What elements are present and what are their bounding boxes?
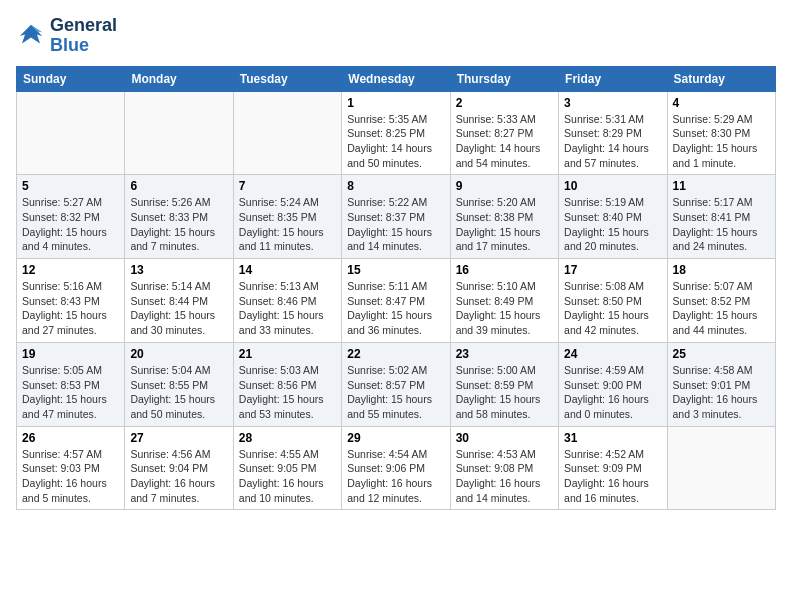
day-number: 15 bbox=[347, 263, 444, 277]
day-info: Sunrise: 5:05 AM Sunset: 8:53 PM Dayligh… bbox=[22, 363, 119, 422]
day-info: Sunrise: 5:11 AM Sunset: 8:47 PM Dayligh… bbox=[347, 279, 444, 338]
calendar-week-2: 5Sunrise: 5:27 AM Sunset: 8:32 PM Daylig… bbox=[17, 175, 776, 259]
calendar-cell bbox=[125, 91, 233, 175]
calendar-week-4: 19Sunrise: 5:05 AM Sunset: 8:53 PM Dayli… bbox=[17, 342, 776, 426]
calendar-cell: 15Sunrise: 5:11 AM Sunset: 8:47 PM Dayli… bbox=[342, 259, 450, 343]
calendar-cell: 24Sunrise: 4:59 AM Sunset: 9:00 PM Dayli… bbox=[559, 342, 667, 426]
day-info: Sunrise: 5:07 AM Sunset: 8:52 PM Dayligh… bbox=[673, 279, 770, 338]
day-number: 13 bbox=[130, 263, 227, 277]
calendar-cell: 5Sunrise: 5:27 AM Sunset: 8:32 PM Daylig… bbox=[17, 175, 125, 259]
day-info: Sunrise: 4:55 AM Sunset: 9:05 PM Dayligh… bbox=[239, 447, 336, 506]
day-info: Sunrise: 5:24 AM Sunset: 8:35 PM Dayligh… bbox=[239, 195, 336, 254]
day-info: Sunrise: 4:56 AM Sunset: 9:04 PM Dayligh… bbox=[130, 447, 227, 506]
header-thursday: Thursday bbox=[450, 66, 558, 91]
calendar-cell: 7Sunrise: 5:24 AM Sunset: 8:35 PM Daylig… bbox=[233, 175, 341, 259]
calendar-cell: 21Sunrise: 5:03 AM Sunset: 8:56 PM Dayli… bbox=[233, 342, 341, 426]
calendar-header-row: SundayMondayTuesdayWednesdayThursdayFrid… bbox=[17, 66, 776, 91]
calendar-cell: 19Sunrise: 5:05 AM Sunset: 8:53 PM Dayli… bbox=[17, 342, 125, 426]
day-number: 24 bbox=[564, 347, 661, 361]
day-number: 26 bbox=[22, 431, 119, 445]
day-info: Sunrise: 5:19 AM Sunset: 8:40 PM Dayligh… bbox=[564, 195, 661, 254]
day-number: 23 bbox=[456, 347, 553, 361]
day-number: 22 bbox=[347, 347, 444, 361]
calendar-cell: 12Sunrise: 5:16 AM Sunset: 8:43 PM Dayli… bbox=[17, 259, 125, 343]
calendar-cell: 16Sunrise: 5:10 AM Sunset: 8:49 PM Dayli… bbox=[450, 259, 558, 343]
day-number: 4 bbox=[673, 96, 770, 110]
day-info: Sunrise: 5:08 AM Sunset: 8:50 PM Dayligh… bbox=[564, 279, 661, 338]
day-info: Sunrise: 4:52 AM Sunset: 9:09 PM Dayligh… bbox=[564, 447, 661, 506]
calendar-cell: 4Sunrise: 5:29 AM Sunset: 8:30 PM Daylig… bbox=[667, 91, 775, 175]
day-info: Sunrise: 4:53 AM Sunset: 9:08 PM Dayligh… bbox=[456, 447, 553, 506]
day-info: Sunrise: 5:16 AM Sunset: 8:43 PM Dayligh… bbox=[22, 279, 119, 338]
calendar-cell: 18Sunrise: 5:07 AM Sunset: 8:52 PM Dayli… bbox=[667, 259, 775, 343]
day-number: 1 bbox=[347, 96, 444, 110]
day-number: 10 bbox=[564, 179, 661, 193]
day-info: Sunrise: 5:04 AM Sunset: 8:55 PM Dayligh… bbox=[130, 363, 227, 422]
day-number: 14 bbox=[239, 263, 336, 277]
day-info: Sunrise: 5:02 AM Sunset: 8:57 PM Dayligh… bbox=[347, 363, 444, 422]
calendar-cell: 17Sunrise: 5:08 AM Sunset: 8:50 PM Dayli… bbox=[559, 259, 667, 343]
calendar-week-1: 1Sunrise: 5:35 AM Sunset: 8:25 PM Daylig… bbox=[17, 91, 776, 175]
day-info: Sunrise: 4:57 AM Sunset: 9:03 PM Dayligh… bbox=[22, 447, 119, 506]
day-number: 27 bbox=[130, 431, 227, 445]
day-number: 17 bbox=[564, 263, 661, 277]
day-info: Sunrise: 5:14 AM Sunset: 8:44 PM Dayligh… bbox=[130, 279, 227, 338]
day-info: Sunrise: 5:20 AM Sunset: 8:38 PM Dayligh… bbox=[456, 195, 553, 254]
day-number: 8 bbox=[347, 179, 444, 193]
calendar-week-3: 12Sunrise: 5:16 AM Sunset: 8:43 PM Dayli… bbox=[17, 259, 776, 343]
calendar-cell: 3Sunrise: 5:31 AM Sunset: 8:29 PM Daylig… bbox=[559, 91, 667, 175]
day-info: Sunrise: 5:26 AM Sunset: 8:33 PM Dayligh… bbox=[130, 195, 227, 254]
day-info: Sunrise: 5:22 AM Sunset: 8:37 PM Dayligh… bbox=[347, 195, 444, 254]
calendar-cell: 20Sunrise: 5:04 AM Sunset: 8:55 PM Dayli… bbox=[125, 342, 233, 426]
calendar-cell bbox=[667, 426, 775, 510]
header-sunday: Sunday bbox=[17, 66, 125, 91]
day-number: 19 bbox=[22, 347, 119, 361]
calendar-cell: 1Sunrise: 5:35 AM Sunset: 8:25 PM Daylig… bbox=[342, 91, 450, 175]
day-number: 31 bbox=[564, 431, 661, 445]
day-info: Sunrise: 5:13 AM Sunset: 8:46 PM Dayligh… bbox=[239, 279, 336, 338]
logo-text: General Blue bbox=[50, 16, 117, 56]
calendar-table: SundayMondayTuesdayWednesdayThursdayFrid… bbox=[16, 66, 776, 511]
calendar-cell: 27Sunrise: 4:56 AM Sunset: 9:04 PM Dayli… bbox=[125, 426, 233, 510]
calendar-cell: 30Sunrise: 4:53 AM Sunset: 9:08 PM Dayli… bbox=[450, 426, 558, 510]
header-wednesday: Wednesday bbox=[342, 66, 450, 91]
calendar-cell: 31Sunrise: 4:52 AM Sunset: 9:09 PM Dayli… bbox=[559, 426, 667, 510]
calendar-cell: 28Sunrise: 4:55 AM Sunset: 9:05 PM Dayli… bbox=[233, 426, 341, 510]
day-number: 30 bbox=[456, 431, 553, 445]
day-info: Sunrise: 5:35 AM Sunset: 8:25 PM Dayligh… bbox=[347, 112, 444, 171]
header-monday: Monday bbox=[125, 66, 233, 91]
day-number: 29 bbox=[347, 431, 444, 445]
day-info: Sunrise: 4:59 AM Sunset: 9:00 PM Dayligh… bbox=[564, 363, 661, 422]
day-number: 28 bbox=[239, 431, 336, 445]
header-friday: Friday bbox=[559, 66, 667, 91]
day-number: 16 bbox=[456, 263, 553, 277]
day-number: 9 bbox=[456, 179, 553, 193]
calendar-cell: 25Sunrise: 4:58 AM Sunset: 9:01 PM Dayli… bbox=[667, 342, 775, 426]
calendar-cell: 9Sunrise: 5:20 AM Sunset: 8:38 PM Daylig… bbox=[450, 175, 558, 259]
day-number: 12 bbox=[22, 263, 119, 277]
calendar-cell: 26Sunrise: 4:57 AM Sunset: 9:03 PM Dayli… bbox=[17, 426, 125, 510]
calendar-cell: 2Sunrise: 5:33 AM Sunset: 8:27 PM Daylig… bbox=[450, 91, 558, 175]
day-info: Sunrise: 5:17 AM Sunset: 8:41 PM Dayligh… bbox=[673, 195, 770, 254]
day-number: 25 bbox=[673, 347, 770, 361]
logo-icon bbox=[16, 21, 46, 51]
day-info: Sunrise: 4:54 AM Sunset: 9:06 PM Dayligh… bbox=[347, 447, 444, 506]
day-info: Sunrise: 5:03 AM Sunset: 8:56 PM Dayligh… bbox=[239, 363, 336, 422]
day-info: Sunrise: 5:10 AM Sunset: 8:49 PM Dayligh… bbox=[456, 279, 553, 338]
calendar-cell: 22Sunrise: 5:02 AM Sunset: 8:57 PM Dayli… bbox=[342, 342, 450, 426]
calendar-cell: 11Sunrise: 5:17 AM Sunset: 8:41 PM Dayli… bbox=[667, 175, 775, 259]
calendar-cell: 29Sunrise: 4:54 AM Sunset: 9:06 PM Dayli… bbox=[342, 426, 450, 510]
svg-marker-0 bbox=[20, 25, 43, 44]
day-number: 6 bbox=[130, 179, 227, 193]
day-number: 7 bbox=[239, 179, 336, 193]
day-info: Sunrise: 5:27 AM Sunset: 8:32 PM Dayligh… bbox=[22, 195, 119, 254]
day-number: 20 bbox=[130, 347, 227, 361]
calendar-cell: 14Sunrise: 5:13 AM Sunset: 8:46 PM Dayli… bbox=[233, 259, 341, 343]
day-number: 5 bbox=[22, 179, 119, 193]
calendar-cell: 8Sunrise: 5:22 AM Sunset: 8:37 PM Daylig… bbox=[342, 175, 450, 259]
day-number: 21 bbox=[239, 347, 336, 361]
day-info: Sunrise: 4:58 AM Sunset: 9:01 PM Dayligh… bbox=[673, 363, 770, 422]
day-number: 11 bbox=[673, 179, 770, 193]
day-info: Sunrise: 5:29 AM Sunset: 8:30 PM Dayligh… bbox=[673, 112, 770, 171]
calendar-cell: 23Sunrise: 5:00 AM Sunset: 8:59 PM Dayli… bbox=[450, 342, 558, 426]
